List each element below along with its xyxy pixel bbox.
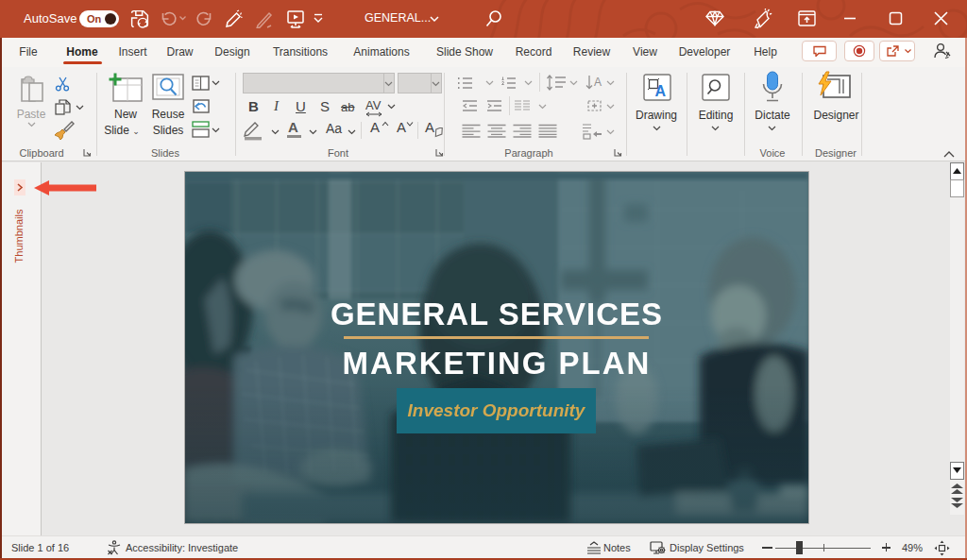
svg-text:A: A [594, 76, 602, 89]
svg-text:A: A [655, 83, 667, 99]
